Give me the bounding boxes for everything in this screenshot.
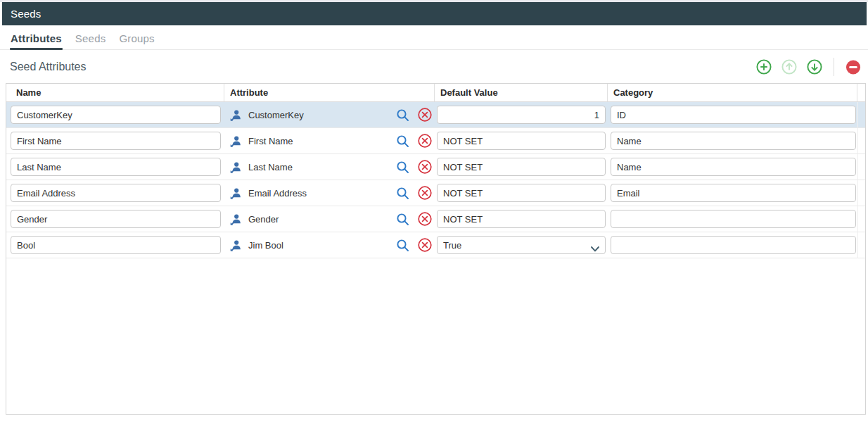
add-button[interactable]: [756, 59, 772, 75]
table-row[interactable]: First Name: [6, 128, 865, 154]
default-value-cell: [435, 180, 608, 206]
attribute-label: Gender: [248, 214, 279, 225]
titlebar: Seeds: [2, 2, 867, 25]
category-cell: [608, 154, 857, 180]
default-value-input[interactable]: [437, 184, 606, 202]
category-input[interactable]: [611, 236, 856, 254]
name-cell: [6, 232, 224, 258]
default-value-input[interactable]: [437, 210, 606, 228]
remove-circle-icon[interactable]: [418, 212, 432, 226]
chevron-down-icon[interactable]: [591, 242, 599, 255]
default-value-input[interactable]: [437, 236, 606, 254]
default-value-input[interactable]: [437, 158, 606, 176]
column-header-name: Name: [6, 84, 224, 101]
remove-circle-icon[interactable]: [418, 108, 432, 122]
attribute-label: CustomerKey: [248, 110, 304, 120]
attribute-label: Email Address: [248, 188, 307, 199]
table-row[interactable]: CustomerKey: [6, 102, 865, 128]
attribute-cell: Email Address: [224, 180, 435, 206]
tab-attributes[interactable]: Attributes: [10, 32, 63, 49]
category-input[interactable]: [611, 158, 856, 176]
category-cell: [608, 128, 857, 153]
name-input[interactable]: [11, 236, 221, 254]
row-filler: [857, 154, 865, 180]
name-input[interactable]: [11, 158, 221, 176]
default-value-input[interactable]: [437, 106, 606, 124]
column-header-category: Category: [608, 84, 857, 101]
name-input[interactable]: [11, 106, 221, 124]
default-value-input[interactable]: [437, 132, 606, 150]
category-input[interactable]: [611, 184, 856, 202]
table-body: CustomerKey: [6, 102, 865, 414]
attribute-cell: Gender: [224, 206, 435, 232]
category-cell: [608, 232, 857, 258]
section-header: Seed Attributes: [0, 53, 868, 81]
default-value-cell: [435, 154, 608, 180]
attribute-cell: First Name: [224, 128, 435, 153]
delete-button[interactable]: [845, 59, 861, 75]
name-cell: [6, 154, 224, 180]
default-value-cell: [435, 232, 608, 258]
row-filler: [857, 232, 865, 258]
default-value-cell: [435, 102, 608, 127]
default-value-field: [437, 158, 606, 176]
search-icon[interactable]: [396, 239, 409, 252]
default-value-field: [437, 236, 606, 254]
user-icon: [230, 213, 242, 225]
remove-circle-icon[interactable]: [418, 160, 432, 174]
section-title: Seed Attributes: [10, 61, 87, 73]
name-cell: [6, 102, 224, 127]
column-header-filler: [857, 84, 865, 101]
search-icon[interactable]: [396, 213, 409, 226]
category-input[interactable]: [611, 106, 856, 124]
name-input[interactable]: [11, 132, 221, 150]
category-input[interactable]: [611, 132, 856, 150]
row-filler: [857, 206, 865, 232]
remove-circle-icon[interactable]: [418, 238, 432, 252]
tab-groups[interactable]: Groups: [118, 32, 155, 49]
table-row[interactable]: Email Address: [6, 180, 865, 206]
move-down-button[interactable]: [807, 59, 822, 75]
name-cell: [6, 180, 224, 206]
table-header: Name Attribute Default Value Category: [6, 84, 865, 102]
search-icon[interactable]: [396, 187, 409, 200]
search-icon[interactable]: [396, 161, 409, 174]
column-header-default-value: Default Value: [435, 84, 608, 101]
user-icon: [230, 239, 242, 251]
attribute-cell: Jim Bool: [224, 232, 435, 258]
column-header-attribute: Attribute: [224, 84, 435, 101]
default-value-field: [437, 106, 606, 124]
attribute-cell: Last Name: [224, 154, 435, 180]
default-value-field: [437, 132, 606, 150]
table-row[interactable]: Last Name: [6, 154, 865, 180]
app-window: Seeds Attributes Seeds Groups Seed Attri…: [0, 0, 868, 421]
category-cell: [608, 102, 857, 127]
content-panel: Seeds Attributes Seeds Groups Seed Attri…: [0, 2, 868, 421]
tab-seeds[interactable]: Seeds: [75, 32, 107, 49]
row-filler: [857, 128, 865, 153]
attribute-label: Last Name: [248, 162, 293, 172]
attribute-label: First Name: [248, 136, 293, 146]
move-up-button[interactable]: [781, 59, 797, 75]
toolbar: [756, 58, 861, 76]
name-input[interactable]: [11, 210, 221, 228]
default-value-cell: [435, 128, 608, 153]
toolbar-divider: [834, 58, 834, 76]
search-icon[interactable]: [396, 134, 409, 148]
tab-bar: Attributes Seeds Groups: [0, 32, 868, 50]
search-icon[interactable]: [396, 108, 409, 122]
table-row[interactable]: Gender: [6, 206, 865, 232]
user-icon: [230, 187, 242, 199]
user-icon: [230, 161, 242, 173]
page-title: Seeds: [11, 8, 42, 20]
category-cell: [608, 206, 857, 232]
remove-circle-icon[interactable]: [418, 134, 432, 148]
table-row[interactable]: Jim Bool: [6, 232, 865, 258]
name-input[interactable]: [11, 184, 221, 202]
plus-circle-icon: [756, 59, 772, 75]
category-input[interactable]: [611, 210, 856, 228]
user-icon: [230, 109, 242, 121]
default-value-field: [437, 184, 606, 202]
arrow-down-circle-icon: [807, 59, 822, 75]
remove-circle-icon[interactable]: [418, 186, 432, 200]
